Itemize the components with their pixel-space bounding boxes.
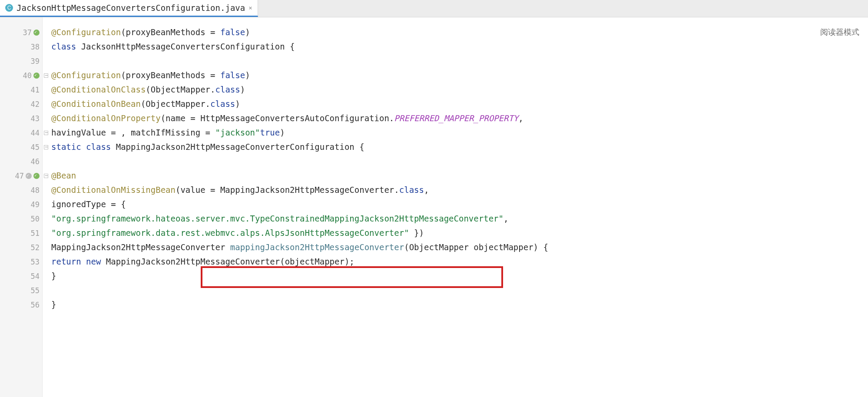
line-number: 48 <box>0 183 42 197</box>
tab-bar: C JacksonHttpMessageConvertersConfigurat… <box>0 0 868 17</box>
reader-mode-button[interactable]: 阅读器模式 <box>820 27 859 37</box>
file-tab[interactable]: C JacksonHttpMessageConvertersConfigurat… <box>0 0 258 17</box>
line-number: 52 <box>0 240 42 255</box>
code-line[interactable]: @ConditionalOnProperty(name = HttpMessag… <box>50 111 868 126</box>
code-line[interactable]: @ConditionalOnMissingBean(value = Mappin… <box>50 183 868 197</box>
line-number: 47 <box>0 169 42 183</box>
code-line[interactable]: } <box>50 298 868 312</box>
code-line[interactable]: static class MappingJackson2HttpMessageC… <box>50 140 868 154</box>
line-number: 54 <box>0 269 42 283</box>
code-pane[interactable]: 阅读器模式 @Configuration(proxyBeanMethods = … <box>50 17 868 397</box>
line-number: 40 <box>0 68 42 83</box>
line-number: 50 <box>0 212 42 226</box>
code-line[interactable]: class JacksonHttpMessageConvertersConfig… <box>50 40 868 54</box>
code-line[interactable]: @ConditionalOnClass(ObjectMapper.class) <box>50 83 868 97</box>
tab-title: JacksonHttpMessageConvertersConfiguratio… <box>17 3 245 13</box>
close-icon[interactable]: × <box>248 4 252 11</box>
line-number: 41 <box>0 83 42 97</box>
code-line[interactable]: "org.springframework.hateoas.server.mvc.… <box>50 212 868 226</box>
fold-column <box>43 17 50 397</box>
run-gutter-icon[interactable] <box>33 30 40 36</box>
line-number: 55 <box>0 283 42 298</box>
code-line[interactable]: @Configuration(proxyBeanMethods = false) <box>50 25 868 40</box>
run-gutter-icon[interactable] <box>33 173 40 179</box>
fold-toggle[interactable] <box>44 145 48 149</box>
class-file-icon: C <box>5 4 13 12</box>
code-line[interactable]: @ConditionalOnBean(ObjectMapper.class) <box>50 97 868 111</box>
code-line[interactable]: ignoredType = { <box>50 197 868 212</box>
line-number: 45 <box>0 140 42 154</box>
fold-toggle[interactable] <box>44 174 48 178</box>
line-number: 56 <box>0 298 42 312</box>
fold-toggle[interactable] <box>44 131 48 135</box>
line-number: 38 <box>0 40 42 54</box>
code-line[interactable]: havingValue = , matchIfMissing = "jackso… <box>50 126 868 140</box>
code-line[interactable] <box>50 54 868 68</box>
code-line[interactable]: MappingJackson2HttpMessageConverter mapp… <box>50 240 868 255</box>
line-number: 42 <box>0 97 42 111</box>
editor-area: 3738394041424344454647484950515253545556… <box>0 17 868 397</box>
highlight-box <box>201 266 503 288</box>
line-number: 53 <box>0 255 42 269</box>
line-number: 49 <box>0 197 42 212</box>
code-line[interactable]: "org.springframework.data.rest.webmvc.al… <box>50 226 868 240</box>
line-number: 46 <box>0 154 42 169</box>
line-number: 51 <box>0 226 42 240</box>
line-number: 39 <box>0 54 42 68</box>
line-number: 44 <box>0 126 42 140</box>
line-number: 37 <box>0 25 42 40</box>
inherited-gutter-icon[interactable] <box>26 173 32 179</box>
line-number-gutter: 3738394041424344454647484950515253545556 <box>0 17 43 397</box>
line-number: 43 <box>0 111 42 126</box>
code-line[interactable]: @Configuration(proxyBeanMethods = false) <box>50 68 868 83</box>
code-line[interactable] <box>50 154 868 169</box>
fold-toggle[interactable] <box>44 73 48 78</box>
run-gutter-icon[interactable] <box>33 73 40 79</box>
code-line[interactable]: @Bean <box>50 169 868 183</box>
